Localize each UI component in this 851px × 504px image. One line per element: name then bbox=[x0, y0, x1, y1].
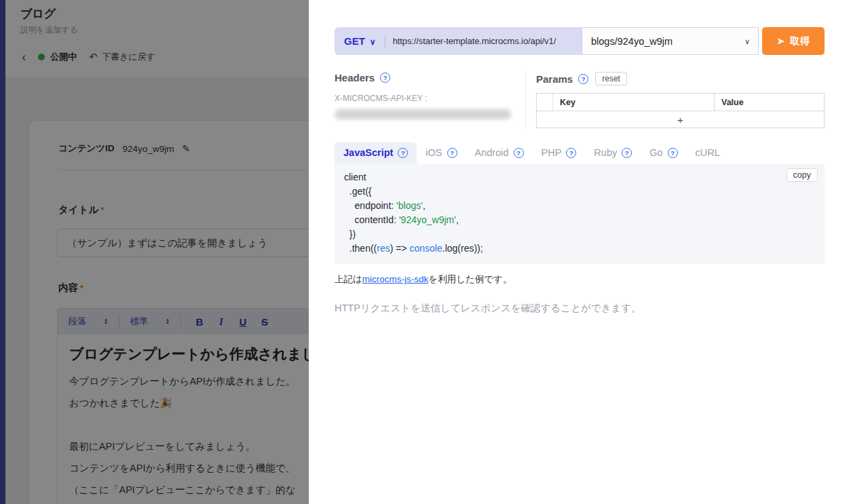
help-icon[interactable]: ? bbox=[622, 148, 632, 158]
help-icon[interactable]: ? bbox=[514, 148, 524, 158]
headers-params-row: Headers ? X-MICROCMS-API-KEY : Params ? … bbox=[335, 72, 825, 129]
api-preview-panel: GET ∨ https://starter-template.microcms.… bbox=[309, 0, 851, 504]
key-column-header: Key bbox=[553, 94, 715, 111]
headers-title: Headers bbox=[335, 72, 375, 83]
language-tabs: JavaScript?iOS?Android?PHP?Ruby?Go?cURL bbox=[335, 142, 825, 163]
sdk-note: 上記はmicrocms-js-sdkを利用した例です。 bbox=[335, 273, 825, 286]
params-title-group: Params ? bbox=[536, 73, 588, 85]
code-line: client bbox=[344, 170, 815, 185]
sdk-note-suffix: を利用した例です。 bbox=[428, 274, 512, 284]
headers-title-row: Headers ? bbox=[335, 72, 525, 83]
tab-label: Android bbox=[475, 147, 509, 158]
tab-ios[interactable]: iOS? bbox=[417, 142, 466, 163]
copy-button[interactable]: copy bbox=[787, 168, 818, 182]
base-url-text: https://starter-template.microcms.io/api… bbox=[393, 36, 556, 46]
headers-section: Headers ? X-MICROCMS-API-KEY : bbox=[335, 72, 526, 129]
help-icon[interactable]: ? bbox=[380, 73, 390, 83]
reset-button[interactable]: reset bbox=[595, 72, 627, 85]
code-line: endpoint: 'blogs', bbox=[344, 199, 815, 213]
code-line: }) bbox=[344, 227, 815, 241]
http-note: HTTPリクエストを送信してレスポンスを確認することができます。 bbox=[335, 302, 825, 315]
request-bar: GET ∨ https://starter-template.microcms.… bbox=[335, 27, 825, 55]
api-key-value-redacted bbox=[335, 109, 511, 119]
endpoint-selected-value: blogs/924yo_w9jm bbox=[591, 36, 673, 47]
tab-android[interactable]: Android? bbox=[466, 142, 533, 163]
code-snippet-block: client .get({ endpoint: 'blogs', content… bbox=[335, 163, 825, 264]
method-select[interactable]: GET bbox=[344, 35, 365, 47]
tab-label: PHP bbox=[542, 147, 562, 158]
value-column-header: Value bbox=[715, 94, 824, 111]
help-icon[interactable]: ? bbox=[578, 74, 588, 84]
fetch-button[interactable]: ➤ 取得 bbox=[762, 27, 825, 55]
tab-label: cURL bbox=[696, 147, 720, 158]
method-url-group: GET ∨ https://starter-template.microcms.… bbox=[335, 27, 582, 55]
tab-label: Ruby bbox=[594, 147, 617, 158]
add-param-button[interactable]: + bbox=[537, 111, 824, 128]
tab-javascript[interactable]: JavaScript? bbox=[335, 142, 417, 163]
params-title: Params bbox=[536, 73, 573, 85]
code-line: .then((res) => console.log(res)); bbox=[344, 241, 815, 256]
endpoint-select[interactable]: blogs/924yo_w9jm ∨ bbox=[582, 27, 759, 55]
code-line: .get({ bbox=[344, 185, 815, 199]
tab-label: iOS bbox=[426, 147, 442, 158]
fetch-button-label: 取得 bbox=[790, 35, 810, 47]
tab-label: JavaScript bbox=[343, 147, 393, 158]
help-icon[interactable]: ? bbox=[447, 148, 457, 158]
help-icon[interactable]: ? bbox=[566, 148, 576, 158]
send-icon: ➤ bbox=[777, 37, 784, 45]
modal-backdrop[interactable] bbox=[0, 0, 309, 504]
params-title-row: Params ? reset bbox=[536, 72, 825, 85]
params-table-header: Key Value bbox=[537, 94, 824, 111]
chevron-down-icon: ∨ bbox=[744, 37, 750, 46]
sdk-link[interactable]: microcms-js-sdk bbox=[362, 274, 429, 284]
tab-label: Go bbox=[649, 147, 662, 158]
checkbox-column bbox=[537, 94, 553, 111]
sdk-note-prefix: 上記は bbox=[335, 274, 362, 284]
code-lines: client .get({ endpoint: 'blogs', content… bbox=[344, 170, 815, 256]
chevron-down-icon: ∨ bbox=[370, 37, 376, 47]
params-table: Key Value + bbox=[536, 93, 825, 128]
help-icon[interactable]: ? bbox=[668, 148, 678, 158]
help-icon[interactable]: ? bbox=[398, 148, 408, 158]
tab-curl[interactable]: cURL bbox=[687, 142, 729, 163]
tab-go[interactable]: Go? bbox=[641, 142, 686, 163]
divider bbox=[385, 35, 385, 48]
code-line: contentId: '924yo_w9jm', bbox=[344, 213, 815, 227]
params-section: Params ? reset Key Value + bbox=[526, 72, 825, 129]
api-key-label: X-MICROCMS-API-KEY : bbox=[335, 94, 525, 103]
tab-php[interactable]: PHP? bbox=[533, 142, 586, 163]
tab-ruby[interactable]: Ruby? bbox=[585, 142, 641, 163]
